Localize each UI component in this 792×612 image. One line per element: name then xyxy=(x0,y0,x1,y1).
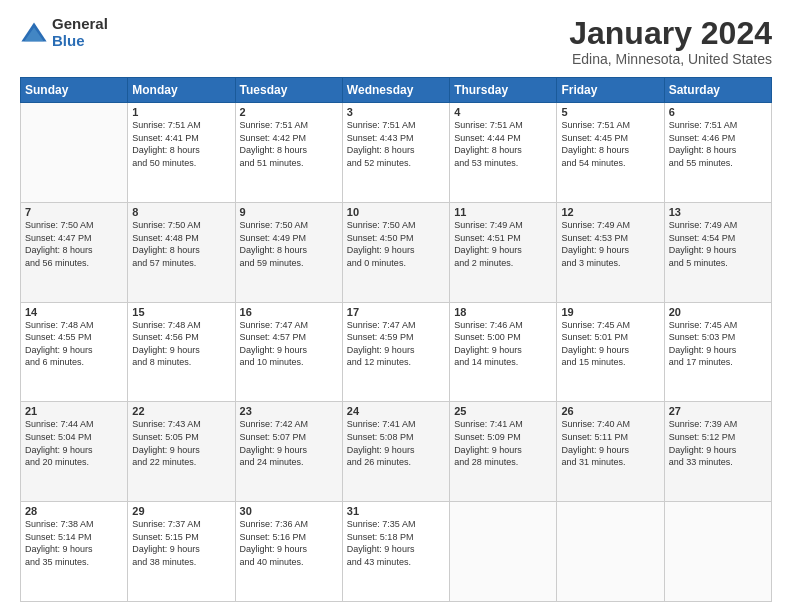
calendar-cell: 29Sunrise: 7:37 AMSunset: 5:15 PMDayligh… xyxy=(128,502,235,602)
calendar-cell xyxy=(21,103,128,203)
cell-content: Sunrise: 7:48 AMSunset: 4:55 PMDaylight:… xyxy=(25,319,123,369)
logo-general: General xyxy=(52,16,108,33)
calendar-cell: 7Sunrise: 7:50 AMSunset: 4:47 PMDaylight… xyxy=(21,202,128,302)
day-number: 24 xyxy=(347,405,445,417)
cell-content: Sunrise: 7:49 AMSunset: 4:51 PMDaylight:… xyxy=(454,219,552,269)
calendar-cell: 4Sunrise: 7:51 AMSunset: 4:44 PMDaylight… xyxy=(450,103,557,203)
day-number: 17 xyxy=(347,306,445,318)
page: General Blue January 2024 Edina, Minneso… xyxy=(0,0,792,612)
cell-content: Sunrise: 7:47 AMSunset: 4:57 PMDaylight:… xyxy=(240,319,338,369)
week-row-3: 14Sunrise: 7:48 AMSunset: 4:55 PMDayligh… xyxy=(21,302,772,402)
calendar-cell: 18Sunrise: 7:46 AMSunset: 5:00 PMDayligh… xyxy=(450,302,557,402)
day-number: 23 xyxy=(240,405,338,417)
cell-content: Sunrise: 7:35 AMSunset: 5:18 PMDaylight:… xyxy=(347,518,445,568)
calendar-cell: 1Sunrise: 7:51 AMSunset: 4:41 PMDaylight… xyxy=(128,103,235,203)
cell-content: Sunrise: 7:45 AMSunset: 5:03 PMDaylight:… xyxy=(669,319,767,369)
day-number: 26 xyxy=(561,405,659,417)
calendar-cell: 30Sunrise: 7:36 AMSunset: 5:16 PMDayligh… xyxy=(235,502,342,602)
header-day-thursday: Thursday xyxy=(450,78,557,103)
logo-blue: Blue xyxy=(52,33,108,50)
calendar-cell: 2Sunrise: 7:51 AMSunset: 4:42 PMDaylight… xyxy=(235,103,342,203)
month-title: January 2024 xyxy=(569,16,772,51)
day-number: 27 xyxy=(669,405,767,417)
header-day-saturday: Saturday xyxy=(664,78,771,103)
week-row-2: 7Sunrise: 7:50 AMSunset: 4:47 PMDaylight… xyxy=(21,202,772,302)
header-day-friday: Friday xyxy=(557,78,664,103)
cell-content: Sunrise: 7:49 AMSunset: 4:53 PMDaylight:… xyxy=(561,219,659,269)
calendar-cell: 26Sunrise: 7:40 AMSunset: 5:11 PMDayligh… xyxy=(557,402,664,502)
calendar-cell: 24Sunrise: 7:41 AMSunset: 5:08 PMDayligh… xyxy=(342,402,449,502)
day-number: 11 xyxy=(454,206,552,218)
cell-content: Sunrise: 7:51 AMSunset: 4:44 PMDaylight:… xyxy=(454,119,552,169)
calendar-cell: 5Sunrise: 7:51 AMSunset: 4:45 PMDaylight… xyxy=(557,103,664,203)
calendar-cell: 6Sunrise: 7:51 AMSunset: 4:46 PMDaylight… xyxy=(664,103,771,203)
week-row-1: 1Sunrise: 7:51 AMSunset: 4:41 PMDaylight… xyxy=(21,103,772,203)
day-number: 15 xyxy=(132,306,230,318)
day-number: 29 xyxy=(132,505,230,517)
day-number: 19 xyxy=(561,306,659,318)
day-number: 18 xyxy=(454,306,552,318)
cell-content: Sunrise: 7:51 AMSunset: 4:41 PMDaylight:… xyxy=(132,119,230,169)
cell-content: Sunrise: 7:50 AMSunset: 4:50 PMDaylight:… xyxy=(347,219,445,269)
cell-content: Sunrise: 7:36 AMSunset: 5:16 PMDaylight:… xyxy=(240,518,338,568)
calendar-cell: 15Sunrise: 7:48 AMSunset: 4:56 PMDayligh… xyxy=(128,302,235,402)
title-block: January 2024 Edina, Minnesota, United St… xyxy=(569,16,772,67)
logo: General Blue xyxy=(20,16,108,49)
day-number: 12 xyxy=(561,206,659,218)
day-number: 14 xyxy=(25,306,123,318)
day-number: 10 xyxy=(347,206,445,218)
calendar-cell: 25Sunrise: 7:41 AMSunset: 5:09 PMDayligh… xyxy=(450,402,557,502)
cell-content: Sunrise: 7:45 AMSunset: 5:01 PMDaylight:… xyxy=(561,319,659,369)
cell-content: Sunrise: 7:39 AMSunset: 5:12 PMDaylight:… xyxy=(669,418,767,468)
cell-content: Sunrise: 7:46 AMSunset: 5:00 PMDaylight:… xyxy=(454,319,552,369)
cell-content: Sunrise: 7:51 AMSunset: 4:46 PMDaylight:… xyxy=(669,119,767,169)
header-day-sunday: Sunday xyxy=(21,78,128,103)
day-number: 7 xyxy=(25,206,123,218)
calendar-cell: 16Sunrise: 7:47 AMSunset: 4:57 PMDayligh… xyxy=(235,302,342,402)
calendar-cell: 9Sunrise: 7:50 AMSunset: 4:49 PMDaylight… xyxy=(235,202,342,302)
week-row-5: 28Sunrise: 7:38 AMSunset: 5:14 PMDayligh… xyxy=(21,502,772,602)
day-number: 30 xyxy=(240,505,338,517)
cell-content: Sunrise: 7:44 AMSunset: 5:04 PMDaylight:… xyxy=(25,418,123,468)
day-number: 13 xyxy=(669,206,767,218)
day-number: 1 xyxy=(132,106,230,118)
cell-content: Sunrise: 7:51 AMSunset: 4:43 PMDaylight:… xyxy=(347,119,445,169)
calendar-cell: 8Sunrise: 7:50 AMSunset: 4:48 PMDaylight… xyxy=(128,202,235,302)
header-day-monday: Monday xyxy=(128,78,235,103)
calendar-table: SundayMondayTuesdayWednesdayThursdayFrid… xyxy=(20,77,772,602)
location: Edina, Minnesota, United States xyxy=(569,51,772,67)
header-row: SundayMondayTuesdayWednesdayThursdayFrid… xyxy=(21,78,772,103)
calendar-cell xyxy=(557,502,664,602)
cell-content: Sunrise: 7:38 AMSunset: 5:14 PMDaylight:… xyxy=(25,518,123,568)
day-number: 2 xyxy=(240,106,338,118)
cell-content: Sunrise: 7:51 AMSunset: 4:45 PMDaylight:… xyxy=(561,119,659,169)
calendar-cell: 27Sunrise: 7:39 AMSunset: 5:12 PMDayligh… xyxy=(664,402,771,502)
calendar-cell: 13Sunrise: 7:49 AMSunset: 4:54 PMDayligh… xyxy=(664,202,771,302)
calendar-cell: 21Sunrise: 7:44 AMSunset: 5:04 PMDayligh… xyxy=(21,402,128,502)
cell-content: Sunrise: 7:37 AMSunset: 5:15 PMDaylight:… xyxy=(132,518,230,568)
calendar-cell: 31Sunrise: 7:35 AMSunset: 5:18 PMDayligh… xyxy=(342,502,449,602)
calendar-cell: 10Sunrise: 7:50 AMSunset: 4:50 PMDayligh… xyxy=(342,202,449,302)
calendar-cell: 23Sunrise: 7:42 AMSunset: 5:07 PMDayligh… xyxy=(235,402,342,502)
calendar-cell: 12Sunrise: 7:49 AMSunset: 4:53 PMDayligh… xyxy=(557,202,664,302)
header-day-wednesday: Wednesday xyxy=(342,78,449,103)
calendar-cell: 11Sunrise: 7:49 AMSunset: 4:51 PMDayligh… xyxy=(450,202,557,302)
day-number: 22 xyxy=(132,405,230,417)
day-number: 28 xyxy=(25,505,123,517)
cell-content: Sunrise: 7:50 AMSunset: 4:49 PMDaylight:… xyxy=(240,219,338,269)
calendar-cell: 22Sunrise: 7:43 AMSunset: 5:05 PMDayligh… xyxy=(128,402,235,502)
calendar-cell: 17Sunrise: 7:47 AMSunset: 4:59 PMDayligh… xyxy=(342,302,449,402)
cell-content: Sunrise: 7:43 AMSunset: 5:05 PMDaylight:… xyxy=(132,418,230,468)
day-number: 8 xyxy=(132,206,230,218)
cell-content: Sunrise: 7:48 AMSunset: 4:56 PMDaylight:… xyxy=(132,319,230,369)
day-number: 3 xyxy=(347,106,445,118)
calendar-cell xyxy=(664,502,771,602)
cell-content: Sunrise: 7:50 AMSunset: 4:47 PMDaylight:… xyxy=(25,219,123,269)
cell-content: Sunrise: 7:50 AMSunset: 4:48 PMDaylight:… xyxy=(132,219,230,269)
calendar-cell xyxy=(450,502,557,602)
header: General Blue January 2024 Edina, Minneso… xyxy=(20,16,772,67)
calendar-cell: 3Sunrise: 7:51 AMSunset: 4:43 PMDaylight… xyxy=(342,103,449,203)
day-number: 6 xyxy=(669,106,767,118)
calendar-cell: 28Sunrise: 7:38 AMSunset: 5:14 PMDayligh… xyxy=(21,502,128,602)
cell-content: Sunrise: 7:42 AMSunset: 5:07 PMDaylight:… xyxy=(240,418,338,468)
